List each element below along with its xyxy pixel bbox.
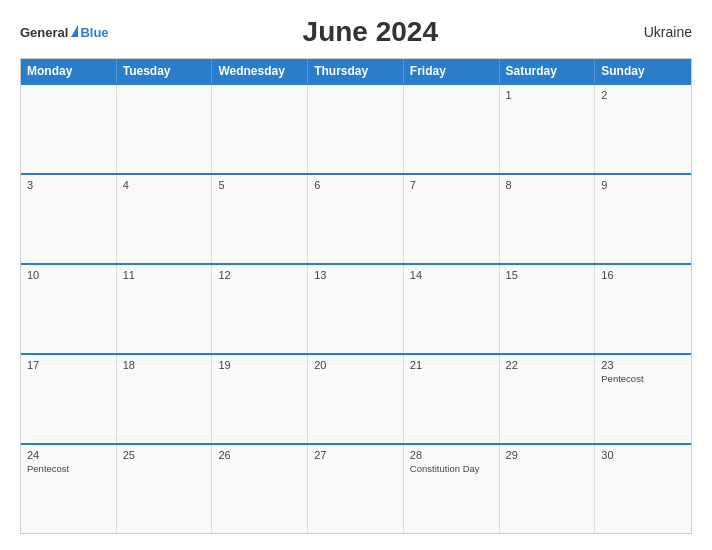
day-number: 14 bbox=[410, 269, 493, 281]
logo-triangle-icon bbox=[71, 25, 78, 37]
calendar-cell bbox=[117, 85, 213, 173]
calendar-cell: 18 bbox=[117, 355, 213, 443]
weekday-header-tuesday: Tuesday bbox=[117, 59, 213, 83]
calendar-cell: 29 bbox=[500, 445, 596, 533]
day-number: 23 bbox=[601, 359, 685, 371]
calendar-cell: 11 bbox=[117, 265, 213, 353]
day-number: 21 bbox=[410, 359, 493, 371]
calendar-title: June 2024 bbox=[109, 16, 632, 48]
day-number: 26 bbox=[218, 449, 301, 461]
day-number: 13 bbox=[314, 269, 397, 281]
calendar-cell: 10 bbox=[21, 265, 117, 353]
day-number: 4 bbox=[123, 179, 206, 191]
day-number: 6 bbox=[314, 179, 397, 191]
day-number: 7 bbox=[410, 179, 493, 191]
day-number: 17 bbox=[27, 359, 110, 371]
calendar-cell bbox=[404, 85, 500, 173]
country-label: Ukraine bbox=[632, 24, 692, 40]
calendar-cell: 15 bbox=[500, 265, 596, 353]
weekday-header-monday: Monday bbox=[21, 59, 117, 83]
calendar-cell: 1 bbox=[500, 85, 596, 173]
page: General Blue June 2024 Ukraine MondayTue… bbox=[0, 0, 712, 550]
day-number: 30 bbox=[601, 449, 685, 461]
calendar-body: 1234567891011121314151617181920212223Pen… bbox=[21, 83, 691, 533]
calendar-cell: 13 bbox=[308, 265, 404, 353]
calendar-cell: 28Constitution Day bbox=[404, 445, 500, 533]
weekday-header-saturday: Saturday bbox=[500, 59, 596, 83]
day-number: 8 bbox=[506, 179, 589, 191]
weekday-header-friday: Friday bbox=[404, 59, 500, 83]
day-number: 5 bbox=[218, 179, 301, 191]
day-number: 16 bbox=[601, 269, 685, 281]
weekday-header-sunday: Sunday bbox=[595, 59, 691, 83]
day-number: 25 bbox=[123, 449, 206, 461]
calendar-cell: 7 bbox=[404, 175, 500, 263]
calendar-cell: 8 bbox=[500, 175, 596, 263]
day-number: 28 bbox=[410, 449, 493, 461]
calendar-cell: 27 bbox=[308, 445, 404, 533]
day-number: 18 bbox=[123, 359, 206, 371]
calendar-cell bbox=[21, 85, 117, 173]
calendar-cell: 19 bbox=[212, 355, 308, 443]
calendar-cell: 2 bbox=[595, 85, 691, 173]
calendar-cell: 14 bbox=[404, 265, 500, 353]
day-number: 2 bbox=[601, 89, 685, 101]
day-number: 19 bbox=[218, 359, 301, 371]
day-number: 12 bbox=[218, 269, 301, 281]
header: General Blue June 2024 Ukraine bbox=[20, 16, 692, 48]
day-number: 1 bbox=[506, 89, 589, 101]
day-number: 9 bbox=[601, 179, 685, 191]
day-number: 29 bbox=[506, 449, 589, 461]
calendar: MondayTuesdayWednesdayThursdayFridaySatu… bbox=[20, 58, 692, 534]
calendar-cell: 22 bbox=[500, 355, 596, 443]
day-event: Pentecost bbox=[27, 463, 110, 474]
calendar-header: MondayTuesdayWednesdayThursdayFridaySatu… bbox=[21, 59, 691, 83]
calendar-cell: 5 bbox=[212, 175, 308, 263]
day-number: 27 bbox=[314, 449, 397, 461]
calendar-row-0: 12 bbox=[21, 83, 691, 173]
weekday-header-wednesday: Wednesday bbox=[212, 59, 308, 83]
calendar-cell: 26 bbox=[212, 445, 308, 533]
calendar-cell: 12 bbox=[212, 265, 308, 353]
calendar-row-2: 10111213141516 bbox=[21, 263, 691, 353]
day-number: 11 bbox=[123, 269, 206, 281]
calendar-cell: 17 bbox=[21, 355, 117, 443]
calendar-cell: 25 bbox=[117, 445, 213, 533]
calendar-cell: 16 bbox=[595, 265, 691, 353]
calendar-cell: 3 bbox=[21, 175, 117, 263]
calendar-cell: 4 bbox=[117, 175, 213, 263]
calendar-row-4: 24Pentecost25262728Constitution Day2930 bbox=[21, 443, 691, 533]
day-number: 3 bbox=[27, 179, 110, 191]
weekday-header-thursday: Thursday bbox=[308, 59, 404, 83]
day-event: Constitution Day bbox=[410, 463, 493, 474]
calendar-cell: 9 bbox=[595, 175, 691, 263]
day-number: 10 bbox=[27, 269, 110, 281]
day-number: 20 bbox=[314, 359, 397, 371]
day-number: 15 bbox=[506, 269, 589, 281]
calendar-cell bbox=[308, 85, 404, 173]
calendar-cell: 23Pentecost bbox=[595, 355, 691, 443]
logo-general: General bbox=[20, 25, 68, 40]
day-event: Pentecost bbox=[601, 373, 685, 384]
calendar-cell: 24Pentecost bbox=[21, 445, 117, 533]
calendar-row-1: 3456789 bbox=[21, 173, 691, 263]
calendar-cell: 6 bbox=[308, 175, 404, 263]
day-number: 22 bbox=[506, 359, 589, 371]
calendar-row-3: 17181920212223Pentecost bbox=[21, 353, 691, 443]
logo-blue: Blue bbox=[80, 25, 108, 40]
logo: General Blue bbox=[20, 25, 109, 40]
calendar-cell: 21 bbox=[404, 355, 500, 443]
calendar-cell: 20 bbox=[308, 355, 404, 443]
calendar-cell: 30 bbox=[595, 445, 691, 533]
calendar-cell bbox=[212, 85, 308, 173]
day-number: 24 bbox=[27, 449, 110, 461]
